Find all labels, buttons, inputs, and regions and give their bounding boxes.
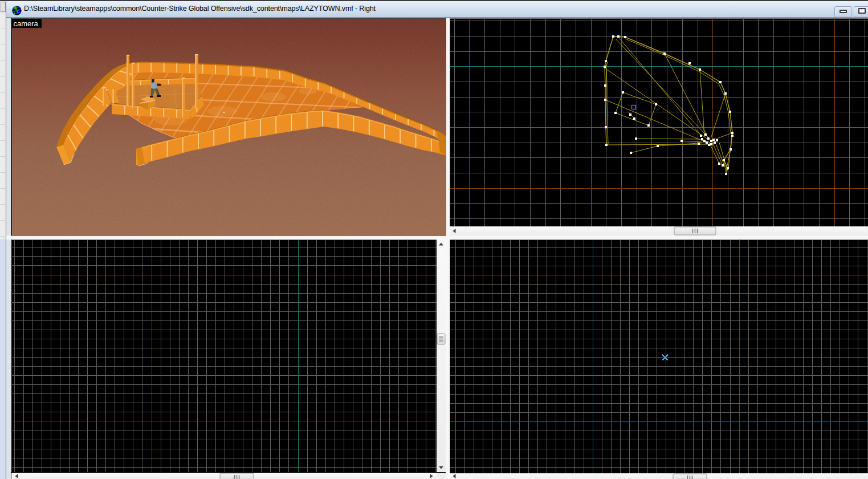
svg-text:camera: camera xyxy=(14,19,39,28)
